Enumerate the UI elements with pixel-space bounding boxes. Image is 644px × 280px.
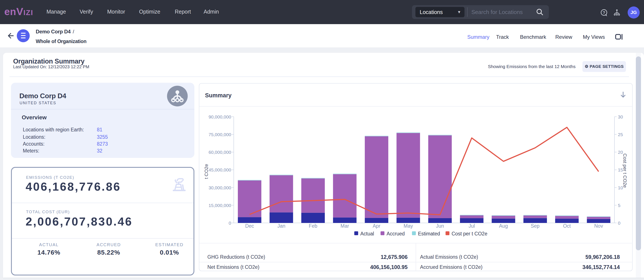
svg-text:30: 30 bbox=[618, 114, 623, 119]
svg-text:15,000,000: 15,000,000 bbox=[208, 203, 231, 208]
svg-text:t CO2e: t CO2e bbox=[204, 164, 209, 179]
svg-text:Oct: Oct bbox=[563, 223, 571, 229]
svg-text:Accrued: Accrued bbox=[386, 231, 405, 236]
svg-text:0: 0 bbox=[228, 220, 231, 225]
svg-text:Cost per t CO2e: Cost per t CO2e bbox=[622, 154, 628, 188]
svg-text:Aug: Aug bbox=[499, 223, 508, 229]
svg-text:Sep: Sep bbox=[530, 223, 540, 229]
svg-text:May: May bbox=[404, 223, 413, 229]
svg-text:45,000,000: 45,000,000 bbox=[208, 167, 231, 172]
svg-text:Feb: Feb bbox=[309, 223, 317, 229]
svg-text:Actual: Actual bbox=[360, 231, 374, 236]
svg-text:0: 0 bbox=[618, 220, 620, 225]
svg-text:Cost per t CO2e: Cost per t CO2e bbox=[452, 231, 487, 236]
svg-text:25: 25 bbox=[618, 132, 623, 137]
svg-text:60,000,000: 60,000,000 bbox=[208, 150, 231, 155]
svg-text:Dec: Dec bbox=[245, 223, 254, 229]
svg-text:?: ? bbox=[603, 10, 605, 15]
svg-text:Mar: Mar bbox=[340, 223, 349, 229]
svg-text:Estimated: Estimated bbox=[418, 231, 440, 236]
svg-text:Jan: Jan bbox=[277, 223, 285, 229]
svg-text:30,000,000: 30,000,000 bbox=[208, 185, 231, 190]
svg-text:75,000,000: 75,000,000 bbox=[208, 132, 231, 137]
svg-text:Nov: Nov bbox=[594, 223, 603, 229]
svg-text:Jun: Jun bbox=[436, 223, 444, 229]
svg-text:5: 5 bbox=[618, 203, 620, 208]
svg-text:Apr: Apr bbox=[372, 223, 380, 229]
svg-text:90,000,000: 90,000,000 bbox=[208, 114, 231, 119]
svg-text:Jul: Jul bbox=[468, 223, 474, 229]
